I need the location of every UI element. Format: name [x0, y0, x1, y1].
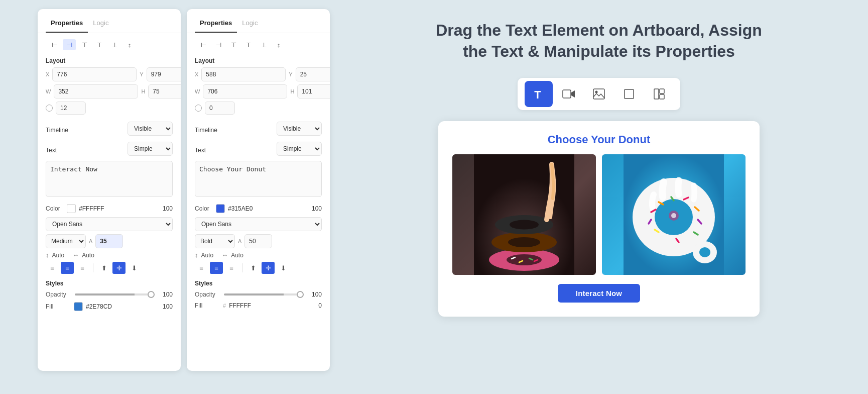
panel-2-h-input[interactable] — [297, 84, 330, 98]
panel-2-font-row: Open Sans Roboto Arial — [195, 217, 322, 231]
panel-1-text-area[interactable]: Interact Now — [46, 161, 173, 197]
panel-2-weight-row: Bold Medium Regular A — [195, 234, 322, 248]
panel-2-letter-spacing-val: Auto — [231, 252, 243, 259]
align-middle-v-btn[interactable]: ⊥ — [108, 39, 121, 50]
panel-2-y-input[interactable] — [296, 67, 330, 81]
panel-1-size-input[interactable] — [95, 234, 123, 248]
panel-1-h-input[interactable] — [148, 84, 181, 98]
svg-point-15 — [510, 220, 539, 230]
panel-1-text-select[interactable]: Simple Rich — [128, 142, 173, 156]
panel-2-w-label: W — [195, 88, 200, 94]
video-tool-btn[interactable] — [555, 81, 583, 107]
panel-1-tab-logic[interactable]: Logic — [88, 16, 113, 33]
panel-2-valign-center-btn[interactable]: ✛ — [262, 262, 275, 274]
panel-2-opacity-slider[interactable] — [224, 293, 304, 296]
panel-2-x-input[interactable] — [201, 67, 286, 81]
align-right-btn[interactable]: ⊤ — [78, 39, 91, 50]
panel-2-align-right-btn[interactable]: ⊤ — [227, 39, 240, 50]
panel-2-align-left-btn[interactable]: ⊢ — [197, 39, 210, 50]
panel-1-timeline-select[interactable]: Visible Hidden — [128, 122, 173, 136]
instruction-text: Drag the Text Element on Artboard, Assig… — [436, 20, 762, 62]
panel-1-color-row: Color #FFFFFF 100 — [46, 204, 173, 213]
panel-1-w-input[interactable] — [54, 84, 138, 98]
artboard: Choose Your Donut — [438, 121, 760, 317]
align-bottom-btn[interactable]: ↕ — [123, 39, 136, 50]
panel-2-valign-bottom-btn[interactable]: ⬇ — [277, 262, 290, 274]
panel-2-font-select[interactable]: Open Sans Roboto Arial — [195, 217, 322, 231]
panel-2-letter-spacing-icon: ↔ — [221, 251, 228, 259]
align-left-btn[interactable]: ⊢ — [48, 39, 61, 50]
panel-1-letter-spacing-icon: ↔ — [72, 251, 79, 259]
panel-2-timeline-select[interactable]: Visible Hidden — [277, 122, 322, 136]
panel-2: Properties Logic ⊢ ⊣ ⊤ T ⊥ ↕ Layout X Y — [187, 9, 330, 371]
panel-1-styles-label: Styles — [46, 280, 173, 287]
panel-1-valign-bottom-btn[interactable]: ⬇ — [128, 262, 141, 274]
panel-2-text-select[interactable]: Simple Rich — [277, 142, 322, 156]
panel-1-font-row: Open Sans Roboto Arial — [46, 217, 173, 231]
panel-2-text-align-row: ≡ ≡ ≡ ⬆ ✛ ⬇ — [195, 262, 322, 274]
toolbar: T — [518, 78, 680, 110]
panel-1-fill-swatch[interactable] — [74, 302, 83, 311]
panel-1-align-center-btn[interactable]: ≡ — [61, 262, 74, 274]
panel-2-align-middle-v-btn[interactable]: ⊥ — [257, 39, 270, 50]
panel-1-x-label: X — [46, 71, 49, 77]
panel-1-timeline-row: Timeline Visible Hidden — [46, 121, 173, 137]
panel-1-radius-input[interactable] — [56, 102, 86, 115]
big-donut-svg — [624, 154, 724, 275]
image-tool-icon — [592, 88, 605, 100]
panel-2-weight-select[interactable]: Bold Medium Regular — [195, 234, 235, 248]
panel-1-fill-row: Fill #2E78CD 100 — [46, 302, 173, 311]
panel-2-line-height-icon: ↕ — [195, 251, 198, 259]
panel-1-align-left-btn[interactable]: ≡ — [46, 262, 59, 274]
interact-now-btn[interactable]: Interact Now — [558, 284, 640, 303]
panel-1-weight-row: Medium Regular Bold A — [46, 234, 173, 248]
panel-2-tab-properties[interactable]: Properties — [195, 16, 237, 33]
panel-1-y-input[interactable] — [147, 67, 181, 81]
panel-2-color-hex: #315AE0 — [228, 205, 309, 212]
panel-2-align-left-txt-btn[interactable]: ≡ — [195, 262, 208, 274]
artboard-image-1 — [452, 154, 596, 275]
panel-1-valign-center-btn[interactable]: ✛ — [112, 262, 126, 274]
panel-2-text-label: Text — [195, 147, 206, 154]
panel-2-tab-logic[interactable]: Logic — [237, 16, 263, 33]
text-tool-btn[interactable]: T — [525, 81, 553, 107]
panel-2-color-swatch[interactable] — [216, 204, 225, 213]
panel-1-align-right-btn[interactable]: ≡ — [76, 262, 89, 274]
artboard-images — [452, 154, 746, 275]
panel-1-line-height-icon: ↕ — [46, 251, 49, 259]
panel-1-tab-properties[interactable]: Properties — [46, 16, 88, 33]
donut-stack-svg — [474, 154, 574, 275]
panel-2-align-bottom-btn[interactable]: ↕ — [272, 39, 285, 50]
panel-1-x-input[interactable] — [52, 67, 137, 81]
panel-2-align-top-btn[interactable]: T — [242, 39, 255, 50]
panel-1-fill-label: Fill — [46, 303, 71, 310]
panel-2-size-input[interactable] — [244, 234, 272, 248]
panel-2-align-right-txt-btn[interactable]: ≡ — [225, 262, 238, 274]
panel-1-valign-top-btn[interactable]: ⬆ — [97, 262, 110, 274]
panel-2-radius-input[interactable] — [205, 102, 235, 115]
panel-2-text-area[interactable]: Choose Your Donut — [195, 161, 322, 197]
svg-point-34 — [671, 213, 676, 218]
svg-marker-2 — [571, 90, 575, 97]
panel-1-opacity-slider[interactable] — [75, 293, 155, 296]
panel-2-w-input[interactable] — [203, 84, 287, 98]
panel-1-font-select[interactable]: Open Sans Roboto Arial — [46, 217, 173, 231]
panel-1-color-swatch[interactable] — [67, 204, 76, 213]
instruction-line2: the Text & Manipulate its Properties — [463, 42, 735, 60]
panel-2-timeline-label: Timeline — [195, 127, 217, 134]
panel-2-xy-row: X Y — [195, 67, 322, 81]
image-tool-btn[interactable] — [585, 81, 613, 107]
panel-2-align-center-txt-btn[interactable]: ≡ — [210, 262, 223, 274]
panel-2-align-center-h-btn[interactable]: ⊣ — [212, 39, 225, 50]
panel-1-divider — [93, 263, 93, 272]
panel-1-weight-select[interactable]: Medium Regular Bold — [46, 234, 86, 248]
layout-tool-btn[interactable] — [645, 81, 673, 107]
panel-1-timeline-label: Timeline — [46, 127, 68, 134]
align-top-btn[interactable]: T — [93, 39, 106, 50]
svg-rect-5 — [625, 89, 634, 98]
panel-2-color-opacity: 100 — [312, 205, 322, 212]
shape-tool-btn[interactable] — [615, 81, 643, 107]
panel-1-align-row: ⊢ ⊣ ⊤ T ⊥ ↕ — [46, 39, 173, 50]
panel-2-valign-top-btn[interactable]: ⬆ — [246, 262, 260, 274]
align-center-h-btn[interactable]: ⊣ — [63, 39, 76, 50]
